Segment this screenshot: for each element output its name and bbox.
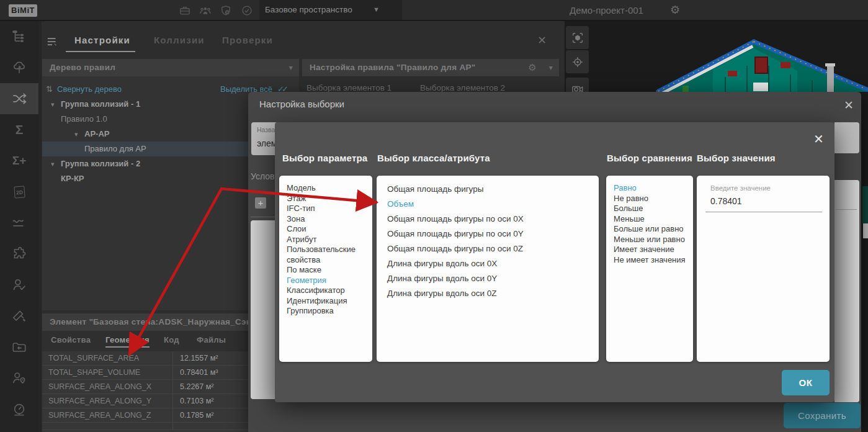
close-icon[interactable]: ✕ bbox=[844, 98, 854, 112]
active-tab-underline bbox=[66, 51, 135, 52]
property-value: 0.7103 м² bbox=[180, 394, 213, 408]
tab-properties[interactable]: Свойства bbox=[51, 335, 91, 344]
tree-caret-icon[interactable]: ▾ bbox=[51, 97, 55, 112]
fit-to-view-button[interactable] bbox=[566, 26, 589, 49]
name-input-value: элем bbox=[257, 138, 277, 148]
tab-checks[interactable]: Проверки bbox=[222, 35, 273, 45]
team-button[interactable] bbox=[199, 4, 212, 17]
save-button[interactable]: Сохранить bbox=[784, 403, 861, 428]
security-button[interactable] bbox=[220, 4, 232, 17]
rules-tree-header[interactable]: Дерево правил ▾ bbox=[42, 59, 299, 76]
tree-node-label: Группа коллизий - 1 bbox=[61, 97, 140, 112]
bim-application-window: BiMiT Базово bbox=[0, 0, 868, 432]
tab-collisions[interactable]: Коллизии bbox=[154, 35, 205, 45]
sort-icon[interactable]: ⇅ bbox=[46, 82, 53, 97]
sidebar-item-sum-add[interactable]: Σ+ bbox=[0, 145, 38, 176]
value-input-placeholder: Введите значение bbox=[710, 184, 771, 192]
list-item[interactable]: Больше bbox=[614, 204, 693, 214]
list-item[interactable]: Общая площадь фигуры по оси 0X bbox=[387, 212, 599, 227]
sidebar-item-export[interactable] bbox=[0, 331, 38, 362]
sidebar-item-user-approve[interactable] bbox=[0, 269, 38, 300]
collapse-tree-link[interactable]: Свернуть дерево bbox=[57, 82, 122, 97]
list-item[interactable]: IFC-тип bbox=[287, 204, 372, 214]
list-item[interactable]: Длина фигуры вдоль оси 0Y bbox=[387, 271, 599, 286]
list-item[interactable]: Пользовательские свойства bbox=[287, 245, 365, 265]
list-item[interactable]: Этаж bbox=[287, 194, 372, 204]
list-item[interactable]: Идентификация bbox=[287, 296, 372, 307]
list-item[interactable]: Не имеет значения bbox=[614, 255, 693, 266]
list-item[interactable]: Меньше bbox=[614, 214, 693, 225]
list-item[interactable]: Слои bbox=[287, 224, 372, 235]
gear-icon[interactable]: ⚙ bbox=[528, 59, 537, 76]
list-item-selected-volume[interactable]: Объем bbox=[387, 197, 599, 212]
sidebar-item-sum[interactable]: Σ bbox=[0, 114, 38, 145]
tab-selection-1[interactable]: Выборка элементов 1 bbox=[306, 83, 391, 92]
sidebar-item-construction[interactable] bbox=[0, 300, 38, 331]
tab-geometry[interactable]: Геометрия bbox=[105, 335, 150, 348]
list-item[interactable]: Меньше или равно bbox=[614, 235, 693, 245]
element-panel-title: Элемент "Базовая стена:ADSK_Наружная_Сэн… bbox=[50, 317, 257, 326]
list-item[interactable]: Общая площадь фигуры по оси 0Y bbox=[387, 227, 599, 241]
app-logo[interactable]: BiMiT bbox=[9, 4, 37, 17]
list-item[interactable]: Модель bbox=[287, 183, 372, 194]
tab-files[interactable]: Файлы bbox=[197, 335, 226, 344]
list-item[interactable]: Не равно bbox=[614, 194, 693, 204]
column-header-value: Выбор значения bbox=[697, 153, 776, 163]
sidebar-item-environment[interactable] bbox=[0, 52, 38, 83]
list-item-selected-geometry[interactable]: Геометрия bbox=[287, 276, 372, 286]
projects-button[interactable] bbox=[179, 4, 191, 17]
comparison-list: Равно Не равно Больше Меньше Больше или … bbox=[606, 176, 693, 362]
tab-settings[interactable]: Настройки bbox=[74, 35, 130, 45]
close-panel-icon[interactable]: ✕ bbox=[537, 34, 547, 47]
list-item[interactable]: Общая площадь фигуры bbox=[387, 182, 599, 197]
tab-code[interactable]: Код bbox=[164, 335, 179, 344]
chevron-down-icon: ▼ bbox=[373, 6, 380, 13]
tree-caret-icon[interactable]: ▾ bbox=[74, 127, 78, 142]
sidebar-item-monitoring[interactable] bbox=[0, 394, 38, 425]
ok-button[interactable]: ОК bbox=[782, 370, 830, 395]
add-condition-button[interactable]: + bbox=[255, 197, 266, 209]
scrollbar-track[interactable] bbox=[38, 21, 42, 432]
input-underline bbox=[705, 212, 822, 212]
list-item[interactable]: Классификатор bbox=[287, 286, 372, 296]
selection-modal-title: Настройка выборки bbox=[259, 99, 344, 109]
sidebar-item-plugins[interactable] bbox=[0, 238, 38, 269]
list-item[interactable]: Зона bbox=[287, 214, 372, 225]
sidebar-item-user-location[interactable] bbox=[0, 362, 38, 394]
property-value: 5.2267 м² bbox=[180, 380, 213, 394]
list-item[interactable]: Группировка bbox=[287, 306, 372, 317]
list-item[interactable]: Имеет значение bbox=[614, 245, 693, 255]
property-key: SURFACE_AREA_ALONG_Y bbox=[48, 394, 171, 408]
rule-settings-header[interactable]: Настройка правила "Правило для АР" ⚙ ▾ bbox=[302, 59, 559, 76]
chevron-down-icon[interactable]: ▾ bbox=[549, 59, 553, 76]
left-toolbar: Σ Σ+ 2D bbox=[0, 21, 38, 432]
tree-caret-icon[interactable]: ▾ bbox=[51, 156, 55, 171]
value-input[interactable]: 0.78401 bbox=[710, 196, 742, 206]
2d-view-icon: 2D bbox=[14, 186, 25, 198]
top-bar: BiMiT Базово bbox=[0, 0, 868, 21]
tab-selection-2[interactable]: Выборка элементов 2 bbox=[420, 83, 505, 92]
sidebar-item-2d-view[interactable]: 2D bbox=[0, 176, 38, 207]
validation-button[interactable] bbox=[241, 4, 253, 17]
panel-menu-button[interactable] bbox=[46, 36, 60, 48]
workspace-dropdown[interactable]: Базовое пространство ▼ bbox=[259, 0, 402, 20]
sidebar-item-graphs[interactable] bbox=[0, 207, 38, 238]
model-fragment bbox=[862, 186, 868, 223]
list-item[interactable]: Общая площадь фигуры по оси 0Z bbox=[387, 241, 599, 256]
attribute-list: Общая площадь фигуры Объем Общая площадь… bbox=[377, 176, 599, 362]
list-item-selected-equals[interactable]: Равно bbox=[614, 183, 693, 194]
column-header-comparison: Выбор сравнения bbox=[607, 153, 692, 163]
list-item[interactable]: Больше или равно bbox=[614, 224, 693, 235]
puzzle-icon bbox=[11, 246, 27, 262]
property-key: SURFACE_AREA_ALONG_Z bbox=[48, 408, 171, 423]
list-item[interactable]: Длина фигуры вдоль оси 0X bbox=[387, 256, 599, 271]
list-item[interactable]: Атрибут bbox=[287, 235, 372, 245]
project-settings-gear-icon[interactable]: ⚙ bbox=[670, 3, 680, 17]
sidebar-item-model-tree[interactable] bbox=[0, 21, 38, 52]
list-item[interactable]: По маске bbox=[287, 265, 372, 276]
close-icon[interactable]: ✕ bbox=[813, 132, 824, 146]
list-item[interactable]: Длина фигуры вдоль оси 0Z bbox=[387, 286, 599, 301]
chevron-down-icon[interactable]: ▾ bbox=[289, 59, 293, 76]
locate-target-button[interactable] bbox=[566, 50, 589, 73]
sidebar-item-collisions[interactable] bbox=[0, 83, 38, 114]
